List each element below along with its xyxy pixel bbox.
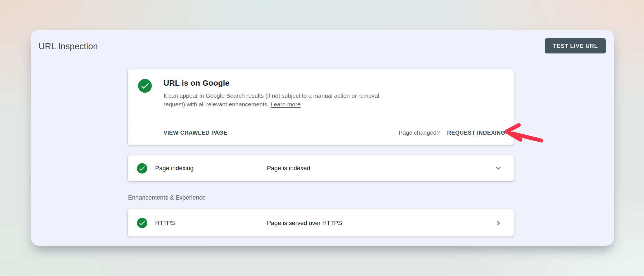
view-crawled-page-link[interactable]: VIEW CRAWLED PAGE [164,130,228,136]
check-circle-icon [137,163,147,174]
check-circle-icon [137,218,147,228]
request-indexing-link[interactable]: REQUEST INDEXING [447,130,505,136]
page-title: URL Inspection [39,41,98,52]
status-description: It can appear in Google Search results (… [164,91,379,109]
https-label: HTTPS [155,219,175,226]
url-status-card: URL is on Google It can appear in Google… [128,69,514,145]
description-line-2: request) with all relevant enhancements. [164,101,269,107]
check-circle-icon [138,79,152,93]
status-heading: URL is on Google [164,78,229,88]
card-actions-bar: VIEW CRAWLED PAGE Page changed? REQUEST … [128,120,514,145]
enhancements-section-label: Enhancements & Experience [128,193,205,202]
test-live-url-button[interactable]: TEST LIVE URL [545,38,606,53]
right-actions-group: Page changed? REQUEST INDEXING [399,129,505,136]
description-line-1: It can appear in Google Search results (… [164,92,379,99]
page-indexing-row[interactable]: Page indexing Page is indexed [128,155,514,181]
page-indexing-label: Page indexing [155,165,194,172]
page-background: URL Inspection TEST LIVE URL URL is on G… [0,0,644,276]
https-status: Page is served over HTTPS [267,219,342,226]
https-row[interactable]: HTTPS Page is served over HTTPS [128,209,514,237]
learn-more-link[interactable]: Learn more [271,101,300,107]
page-changed-label: Page changed? [399,129,440,136]
chevron-right-icon[interactable] [494,219,503,228]
page-indexing-status: Page is indexed [267,165,310,172]
url-inspection-panel: URL Inspection TEST LIVE URL URL is on G… [31,30,614,246]
chevron-down-icon[interactable] [494,164,503,173]
